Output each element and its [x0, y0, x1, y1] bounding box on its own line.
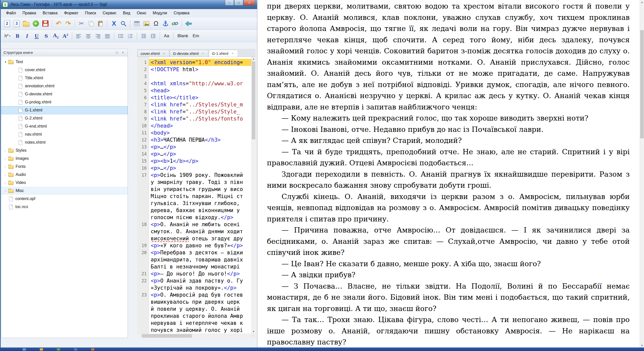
taskbar-app-2[interactable]	[57, 348, 60, 350]
title-bar[interactable]: S Лесь Гомін - Голгофа - 1975.epub — epu…	[0, 0, 257, 9]
tab-g-devote-xhtml[interactable]: G-devote.xhtml×	[170, 50, 208, 57]
code-text[interactable]: він упирається грудьми у висо	[149, 186, 251, 193]
taskbar-app-4[interactable]	[91, 348, 94, 350]
code-text[interactable]: <title></title>	[149, 94, 251, 101]
expand-arrow-icon[interactable]: ▹	[3, 149, 8, 152]
code-text[interactable]: голосом пісню відходу.</p>	[149, 214, 251, 221]
tree-item-notes-xhtml[interactable]: notes.xhtml	[1, 138, 128, 146]
code-line[interactable]: 7<link href="../Styles/Style_m	[137, 101, 251, 108]
close-panel-icon[interactable]: ×	[120, 50, 125, 55]
maximize-button[interactable]: □	[234, 0, 243, 6]
code-line[interactable]: почувся знайомий голос у хорі	[137, 327, 251, 334]
tab-cover-xhtml[interactable]: cover.xhtml×	[137, 50, 169, 57]
code-line[interactable]: 18<p>О. Ананій не любить осені	[137, 221, 251, 228]
wellformed-check-icon[interactable]: X	[109, 19, 118, 28]
tree-item-title-xhtml[interactable]: Title.xhtml	[1, 74, 128, 82]
code-text[interactable]: <p>«У кого давно не був?»</p>	[149, 242, 251, 249]
tree-item-misc[interactable]: ▹Misc	[1, 187, 128, 195]
tab-close-icon[interactable]: ×	[201, 51, 205, 55]
tree-item-styles[interactable]: ▹Styles	[1, 146, 128, 154]
code-line[interactable]: 21<p>— До нього! До нього!</p>	[137, 270, 251, 277]
close-button[interactable]: ×	[244, 0, 255, 6]
code-text[interactable]: смуток. О. Ананій днями ходит	[149, 228, 251, 235]
superscript-button[interactable]: A2	[61, 31, 70, 41]
code-text[interactable]: високочесний отець згадує дру	[149, 235, 251, 242]
code-line[interactable]: голосом пісню відходу.</p>	[137, 214, 251, 221]
code-line[interactable]: 11<body>	[137, 129, 251, 136]
tree-item-images[interactable]: ▹Images	[1, 154, 128, 163]
heading-style-button[interactable]: h*▾	[3, 31, 13, 41]
reports-icon[interactable]	[132, 19, 141, 28]
code-text[interactable]: <p>О. Ананій не любить осені	[149, 221, 251, 228]
code-text[interactable]: <body>	[149, 129, 251, 136]
paste-icon[interactable]	[96, 19, 105, 28]
code-line[interactable]: 1<?xml version="1.0" encoding=	[137, 59, 251, 66]
tree-item-video[interactable]: ▹Video	[1, 179, 128, 187]
code-line[interactable]: він упирається грудьми у висо	[137, 186, 251, 193]
code-line[interactable]: 10</head>	[137, 122, 251, 129]
code-text[interactable]: гульвіса. Зітхнувши глибоко,	[149, 200, 251, 207]
back-icon[interactable]	[184, 19, 193, 28]
tree-item-g-prolog-xhtml[interactable]: G-prolog.xhtml	[1, 98, 128, 106]
code-line[interactable]: 14<p>…</p>	[137, 150, 251, 158]
menu-tools[interactable]: Сервис	[99, 10, 120, 17]
undo-icon[interactable]: ↶	[54, 19, 63, 28]
code-line[interactable]: 9<link href="../Styles/fontsfo	[137, 115, 251, 122]
menu-window[interactable]: Окно	[134, 10, 149, 17]
find-icon[interactable]	[119, 19, 128, 28]
code-text[interactable]: дерева, бахкає віконницями у	[149, 207, 251, 214]
code-text[interactable]: <p>…</p>	[149, 150, 251, 158]
expand-arrow-icon[interactable]: ▹	[3, 165, 8, 168]
code-text[interactable]: <p>…</p>	[149, 165, 251, 172]
code-text[interactable]: Міцно стоїть паркан. Міцні ст	[149, 193, 251, 200]
code-line[interactable]: у змарнілу траву. Тоді з півн	[137, 179, 251, 186]
book-browser-header[interactable]: Структура книги □ ×	[1, 49, 128, 56]
menu-search[interactable]: Поиск	[82, 10, 99, 17]
redo-icon[interactable]: ↷	[64, 19, 73, 28]
collapse-arrow-icon[interactable]: ▾	[3, 61, 8, 63]
numbered-list-button[interactable]: 123	[126, 31, 135, 41]
code-text[interactable]: <link href="../Styles/fontsfo	[149, 115, 251, 122]
code-text[interactable]: й повели у церкву. О. Ананій	[149, 305, 251, 313]
tree-item-audio[interactable]: ▹Audio	[1, 171, 128, 179]
outdent-button[interactable]	[139, 31, 148, 41]
save-icon[interactable]	[41, 19, 50, 28]
open-folder-icon[interactable]	[22, 19, 31, 28]
expand-arrow-icon[interactable]: ▹	[3, 181, 8, 184]
italic-button[interactable]: I	[23, 31, 32, 41]
code-line[interactable]: «Зустрічай на покрову».</p>	[137, 284, 251, 291]
code-text[interactable]: <p>Перебрав з десяток — відки	[149, 249, 251, 256]
code-text[interactable]: нервував і нетерпляче чекав к	[149, 320, 251, 327]
minimize-button[interactable]: –	[225, 0, 234, 6]
code-text[interactable]: <p>Осінь 1909 року. Пожовклий	[149, 172, 251, 179]
code-line[interactable]: 16<p>…</p>	[137, 165, 251, 172]
float-panel-icon[interactable]: □	[114, 50, 119, 55]
scroll-down-icon[interactable]: ▼	[252, 330, 256, 334]
book-preview-pane[interactable]: при дверях церкви, молитвами, святою вод…	[257, 0, 644, 347]
code-text[interactable]: </head>	[149, 122, 251, 129]
code-line[interactable]: й повели у церкву. О. Ананій	[137, 305, 251, 313]
preview-scrollbar[interactable]: ▲ ▼	[640, 0, 644, 347]
code-line[interactable]: проклинав старого йолопа Амвр	[137, 313, 251, 320]
insert-image-icon[interactable]	[142, 19, 151, 28]
code-text[interactable]	[149, 73, 251, 80]
change-case-button[interactable]: Aa	[162, 31, 171, 41]
taskbar-app-3[interactable]	[74, 348, 77, 350]
code-line[interactable]: гульвіса. Зітхнувши глибоко,	[137, 200, 251, 207]
code-line[interactable]: 23<p>О. Амвросій рад був гостев	[137, 291, 251, 298]
tree-item-g-end-xhtml[interactable]: G-end.xhtml	[1, 122, 128, 130]
menu-edit[interactable]: Правка	[19, 10, 39, 17]
style-blank-label[interactable]: Blank	[175, 31, 190, 41]
code-text[interactable]: <?xml version="1.0" encoding=	[149, 59, 251, 66]
cut-icon[interactable]: ✂	[77, 19, 86, 28]
align-left-button[interactable]	[74, 31, 83, 41]
editor-scrollbar-thumb[interactable]	[252, 61, 255, 139]
code-text[interactable]: архімандрита, товариша давніх	[149, 256, 251, 263]
scroll-up-icon[interactable]: ▲	[252, 57, 256, 61]
menu-help[interactable]: Справка	[170, 10, 193, 17]
start-button[interactable]	[23, 348, 26, 350]
code-line[interactable]: 2<!DOCTYPE html>	[137, 66, 251, 73]
tab-g-1-xhtml[interactable]: G-1.xhtml×	[209, 50, 238, 57]
subscript-button[interactable]: A2	[51, 31, 60, 41]
code-text[interactable]: проклинав старого йолопа Амвр	[149, 313, 251, 320]
